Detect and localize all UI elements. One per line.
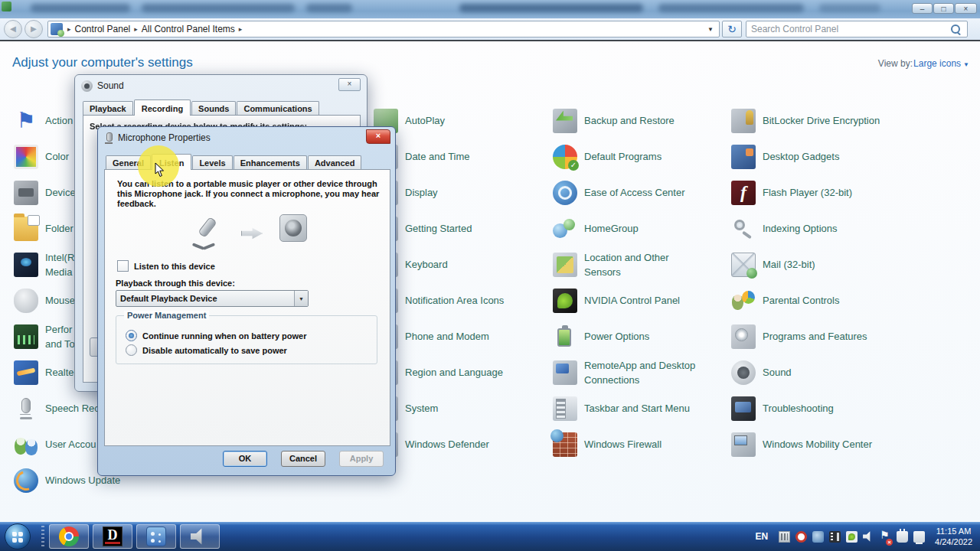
item-desktop-gadgets[interactable]: Desktop Gadgets xyxy=(731,139,972,174)
realtek-hd-tray-icon[interactable] xyxy=(795,531,807,543)
item-phone-modem[interactable]: Phone and Modem xyxy=(374,318,546,354)
intel-graphics-icon xyxy=(14,253,38,277)
continue-running-radio[interactable] xyxy=(126,330,137,341)
clock[interactable]: 11:15 AM 4/24/2022 xyxy=(935,526,972,547)
speech-recognition-icon xyxy=(14,396,38,421)
item-programs-features[interactable]: Programs and Features xyxy=(731,318,972,354)
item-power-options[interactable]: Power Options xyxy=(553,318,727,354)
item-remoteapp[interactable]: RemoteApp and DesktopConnections xyxy=(553,354,727,390)
action-center-tray-icon[interactable] xyxy=(880,531,891,543)
item-date-time[interactable]: Date and Time xyxy=(374,139,546,174)
minimize-button[interactable]: – xyxy=(912,3,933,14)
sound-tab-sounds[interactable]: Sounds xyxy=(191,101,236,115)
mic-tab-general[interactable]: General xyxy=(106,155,151,169)
search-input[interactable] xyxy=(746,24,951,34)
item-backup-restore[interactable]: Backup and Restore xyxy=(553,103,727,139)
maximize-button[interactable]: □ xyxy=(933,3,954,14)
parental-controls-icon xyxy=(731,289,756,313)
refresh-button[interactable]: ↻ xyxy=(722,21,742,37)
item-default-programs[interactable]: Default Programs xyxy=(553,139,727,174)
item-getting-started[interactable]: Getting Started xyxy=(374,210,546,246)
breadcrumb-arrow-icon[interactable]: ▸ xyxy=(66,25,73,33)
breadcrumb-arrow-icon[interactable]: ▸ xyxy=(132,25,139,33)
item-homegroup[interactable]: HomeGroup xyxy=(553,210,727,246)
mic-tab-levels[interactable]: Levels xyxy=(192,155,232,169)
search-box[interactable] xyxy=(746,21,968,37)
item-taskbar-startmenu[interactable]: Taskbar and Start Menu xyxy=(553,390,727,426)
address-bar[interactable]: ▸ Control Panel ▸ All Control Panel Item… xyxy=(47,21,720,37)
sound-tab-playback[interactable]: Playback xyxy=(83,101,133,115)
view-by-selector[interactable]: Large icons▼ xyxy=(913,58,969,69)
intel-tray-icon[interactable] xyxy=(812,531,824,543)
playback-device-select[interactable]: Default Playback Device ▼ xyxy=(116,290,309,307)
item-mobility-center[interactable]: Windows Mobility Center xyxy=(731,426,972,462)
power-management-label: Power Management xyxy=(124,311,209,320)
item-location-sensors[interactable]: Location and OtherSensors xyxy=(553,246,727,282)
mic-tab-advanced[interactable]: Advanced xyxy=(308,155,362,169)
taskbar-app-chrome[interactable] xyxy=(49,524,89,549)
item-parental-controls[interactable]: Parental Controls xyxy=(731,282,972,318)
mic-tab-enhancements[interactable]: Enhancements xyxy=(234,155,307,169)
item-nvidia[interactable]: NVIDIA Control Panel xyxy=(553,282,727,318)
mic-tab-listen[interactable]: Listen xyxy=(152,154,191,170)
desktop-gadgets-icon xyxy=(731,145,756,169)
item-flash-player[interactable]: Flash Player (32-bit) xyxy=(731,174,972,210)
nvidia-tray-icon[interactable] xyxy=(846,531,858,543)
cancel-button[interactable]: Cancel xyxy=(281,451,325,467)
chevron-down-icon: ▼ xyxy=(963,61,969,68)
item-bitlocker[interactable]: BitLocker Drive Encryption xyxy=(731,103,972,139)
item-mail[interactable]: Mail (32-bit) xyxy=(731,246,972,282)
ok-button[interactable]: OK xyxy=(223,451,267,467)
item-troubleshooting[interactable]: Troubleshooting xyxy=(731,390,972,426)
network-tray-icon[interactable] xyxy=(913,531,925,543)
sound-dialog-titlebar[interactable]: Sound xyxy=(78,78,364,93)
breadcrumb-arrow-icon[interactable]: ▸ xyxy=(237,25,244,33)
item-windows-firewall[interactable]: Windows Firewall xyxy=(553,426,727,462)
language-indicator[interactable]: EN xyxy=(755,531,768,542)
breadcrumb-control-panel[interactable]: Control Panel xyxy=(73,24,133,34)
item-system[interactable]: System xyxy=(374,390,546,426)
item-keyboard[interactable]: Keyboard xyxy=(374,246,546,282)
item-label: Flash Player (32-bit) xyxy=(763,185,852,200)
sound-tab-communications[interactable]: Communications xyxy=(237,101,318,115)
volume-tray-icon[interactable] xyxy=(863,531,874,543)
item-sound-cp[interactable]: Sound xyxy=(731,354,972,390)
item-label: Device xyxy=(45,185,76,200)
forward-button[interactable]: ► xyxy=(24,20,43,38)
item-indexing-options[interactable]: Indexing Options xyxy=(731,210,972,246)
start-button[interactable] xyxy=(5,523,31,549)
taskbar-app-sound-mixer[interactable] xyxy=(180,524,220,549)
taskbar-app-control-panel[interactable] xyxy=(136,524,176,549)
taskbar-app-d-tool[interactable] xyxy=(93,524,132,549)
close-button[interactable]: × xyxy=(955,3,977,14)
disable-automatically-radio[interactable] xyxy=(126,344,137,356)
view-by-value[interactable]: Large icons xyxy=(913,58,961,69)
sound-tab-recording[interactable]: Recording xyxy=(134,99,191,116)
address-dropdown-icon[interactable]: ▼ xyxy=(702,26,719,33)
keyboard-tray-icon[interactable] xyxy=(779,531,790,543)
item-label: Windows Firewall xyxy=(584,437,662,452)
breadcrumb-all-items[interactable]: All Control Panel Items xyxy=(139,24,237,34)
sound-close-button[interactable]: × xyxy=(338,78,361,91)
item-display[interactable]: Display xyxy=(374,174,546,210)
mic-close-button[interactable]: × xyxy=(366,129,390,144)
bitlocker-icon xyxy=(731,109,756,133)
d-app-icon xyxy=(103,527,122,546)
taskbar-apps xyxy=(49,524,224,549)
back-button[interactable]: ◄ xyxy=(4,20,22,38)
chevron-down-icon[interactable]: ▼ xyxy=(294,291,308,306)
item-ease-of-access[interactable]: Ease of Access Center xyxy=(553,174,727,210)
listen-to-device-checkbox[interactable] xyxy=(117,260,129,272)
remoteapp-icon xyxy=(553,360,577,385)
item-label: Mail (32-bit) xyxy=(763,257,815,272)
item-region-language[interactable]: Region and Language xyxy=(374,354,546,390)
microphone-properties-dialog: Microphone Properties × GeneralListenLev… xyxy=(97,126,396,476)
item-windows-defender[interactable]: Windows Defender xyxy=(374,426,546,462)
nvidia-icon xyxy=(553,289,577,313)
media-player-tray-icon[interactable] xyxy=(829,531,841,543)
mic-dialog-titlebar[interactable]: Microphone Properties xyxy=(101,130,392,145)
item-autoplay[interactable]: AutoPlay xyxy=(374,103,546,139)
item-notification-area[interactable]: Notification Area Icons xyxy=(374,282,546,318)
power-tray-icon[interactable] xyxy=(897,531,908,543)
realtek-audio-icon xyxy=(14,360,38,385)
